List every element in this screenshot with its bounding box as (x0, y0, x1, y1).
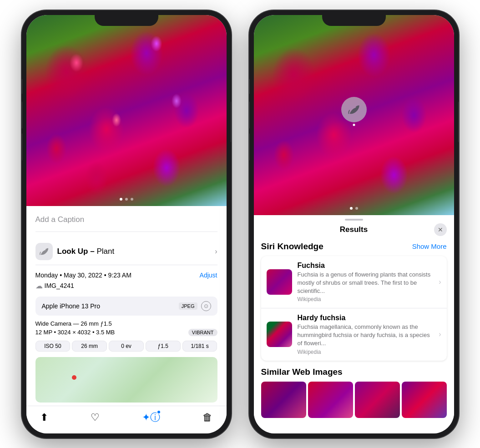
fuchsia-text: Fuchsia Fuchsia is a genus of flowering … (298, 262, 434, 303)
dot-r2 (355, 207, 358, 210)
adjust-button[interactable]: Adjust (200, 272, 217, 279)
delete-icon[interactable]: 🗑 (202, 412, 212, 423)
fuchsia-desc: Fuchsia is a genus of flowering plants t… (298, 271, 434, 296)
lookup-dot (353, 124, 355, 126)
flower-photo-right[interactable] (254, 15, 454, 215)
cloud-filename-row: ☁ IMG_4241 (35, 282, 217, 290)
results-title: Results (340, 225, 368, 234)
date-row: Monday • May 30, 2022 • 9:23 AM Adjust (35, 272, 217, 279)
exif-row: ISO 50 26 mm 0 ev ƒ1.5 1/181 s (35, 341, 217, 352)
map-preview[interactable] (35, 357, 217, 403)
settings-icon[interactable]: ⊙ (201, 301, 211, 311)
right-phone: Results ✕ Siri Knowledge Show More Fuchs… (249, 10, 459, 438)
results-header: Results ✕ (254, 222, 454, 239)
file-details-row: 12 MP • 3024 × 4032 • 3.5 MB VIBRANT (35, 329, 217, 336)
home-indicator (99, 429, 154, 432)
vibrant-badge: VIBRANT (188, 329, 217, 336)
results-sheet: Results ✕ Siri Knowledge Show More Fuchs… (254, 215, 454, 433)
dot-1 (120, 198, 122, 201)
sheet-handle (345, 219, 363, 221)
notch (95, 10, 158, 26)
favorite-icon[interactable]: ♡ (91, 412, 100, 423)
knowledge-item-fuchsia[interactable]: Fuchsia Fuchsia is a genus of flowering … (261, 256, 447, 309)
focal-value: 26 mm (72, 341, 107, 352)
hardy-text: Hardy fuchsia Fuchsia magellanica, commo… (298, 314, 434, 355)
photo-page-indicator-right (350, 207, 358, 210)
notch-right (322, 10, 386, 26)
caption-field[interactable]: Add a Caption (35, 213, 217, 232)
cloud-icon: ☁ (35, 282, 43, 290)
siri-knowledge-title: Siri Knowledge (261, 242, 323, 252)
siri-knowledge-header: Siri Knowledge Show More (261, 239, 447, 252)
aperture-value: ƒ1.5 (146, 341, 181, 352)
lookup-icon (35, 243, 53, 260)
hardy-name: Hardy fuchsia (298, 314, 434, 322)
similar-image-3[interactable] (355, 382, 400, 418)
hardy-source: Wikipedia (298, 349, 434, 355)
fuchsia-thumbnail (267, 269, 292, 295)
knowledge-item-hardy[interactable]: Hardy fuchsia Fuchsia magellanica, commo… (261, 308, 447, 361)
info-badge-dot (157, 410, 161, 414)
left-phone-screen: Add a Caption Look Up – Plant › Monday •… (26, 15, 227, 433)
close-button[interactable]: ✕ (434, 223, 447, 236)
photo-info-section: Add a Caption Look Up – Plant › Monday •… (26, 206, 227, 406)
similar-image-1[interactable] (261, 382, 306, 418)
fuchsia-name: Fuchsia (298, 262, 434, 270)
share-icon[interactable]: ⬆ (40, 412, 48, 423)
dot-2 (125, 198, 128, 201)
device-name-text: Apple iPhone 13 Pro (42, 302, 100, 310)
device-info-row: Apple iPhone 13 Pro JPEG ⊙ (35, 297, 217, 316)
leaf-icon (39, 247, 49, 257)
filename-text: IMG_4241 (45, 282, 74, 289)
home-indicator-right (327, 429, 381, 432)
similar-images-grid (261, 382, 447, 418)
info-icon-wrapper[interactable]: ✦ⓘ (142, 411, 160, 424)
fuchsia-chevron-icon: › (439, 278, 441, 286)
lookup-row[interactable]: Look Up – Plant › (35, 238, 217, 265)
hardy-thumbnail (267, 322, 292, 347)
results-content: Siri Knowledge Show More Fuchsia Fuchsia… (254, 239, 454, 433)
knowledge-card: Fuchsia Fuchsia is a genus of flowering … (261, 256, 447, 361)
lookup-text: Look Up – Plant (57, 247, 115, 256)
date-text: Monday • May 30, 2022 • 9:23 AM (35, 272, 131, 279)
flower-photo-left[interactable] (26, 15, 227, 206)
lookup-chevron-icon: › (215, 247, 217, 256)
similar-web-images-section: Similar Web Images (261, 367, 447, 418)
jpeg-badge: JPEG (179, 302, 197, 310)
iso-value: ISO 50 (35, 341, 71, 352)
file-size-text: 12 MP • 3024 × 4032 • 3.5 MB (35, 329, 115, 336)
hardy-chevron-icon: › (439, 330, 441, 338)
similar-image-2[interactable] (308, 382, 353, 418)
camera-details-text: Wide Camera — 26 mm ƒ1.5 (35, 320, 217, 327)
ev-value: 0 ev (109, 341, 144, 352)
right-phone-screen: Results ✕ Siri Knowledge Show More Fuchs… (254, 15, 454, 433)
similar-image-4[interactable] (402, 382, 447, 418)
show-more-button[interactable]: Show More (412, 242, 447, 250)
dot-3 (131, 198, 133, 201)
hardy-desc: Fuchsia magellanica, commonly known as t… (298, 323, 434, 348)
similar-web-images-title: Similar Web Images (261, 367, 447, 377)
photo-page-indicator (120, 198, 133, 201)
dot-r1 (350, 207, 353, 210)
format-badges: JPEG ⊙ (179, 301, 211, 311)
left-phone: Add a Caption Look Up – Plant › Monday •… (22, 10, 231, 438)
visual-lookup-button[interactable] (341, 97, 367, 122)
fuchsia-source: Wikipedia (298, 296, 434, 302)
leaf-lookup-icon (348, 103, 360, 116)
shutter-value: 1/181 s (182, 341, 217, 352)
